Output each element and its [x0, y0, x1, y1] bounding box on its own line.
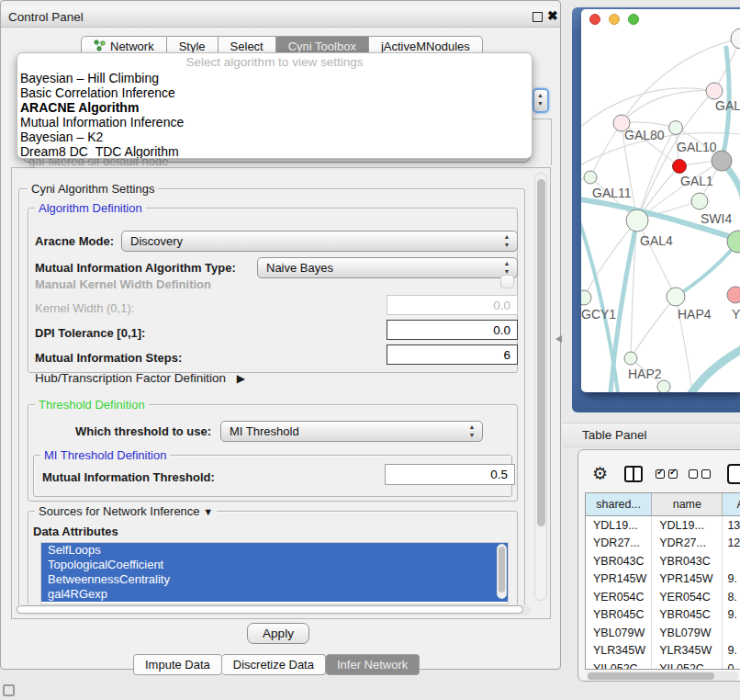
table-cell: YDL19... [586, 516, 652, 535]
table-row[interactable]: YBL079WYBL079W [586, 624, 740, 642]
column-header[interactable]: A [723, 493, 740, 516]
dropdown-item[interactable]: Basic Correlation Inference [17, 85, 532, 100]
table-cell: 13 [723, 516, 740, 535]
kernel-width-field[interactable]: 0.0 [387, 295, 518, 315]
panel-title: Control Panel [8, 10, 84, 24]
settings-vertical-scrollbar[interactable] [534, 173, 547, 601]
table-cell: YPR145W [586, 570, 652, 589]
select-all-icon[interactable] [656, 469, 678, 479]
table-cell: YBR045C [586, 606, 652, 625]
table-row[interactable]: YDL19...YDL19...13 [586, 516, 740, 535]
table-row[interactable]: YBR045CYBR045C9. [586, 606, 740, 625]
node-label: HAP4 [678, 307, 712, 322]
network-node[interactable] [731, 28, 740, 49]
table-row[interactable]: YPR145WYPR145W9. [586, 570, 740, 589]
attribute-item[interactable]: SelfLoops [41, 543, 508, 558]
bottom-tab-impute-data[interactable]: Impute Data [133, 654, 222, 675]
network-node[interactable] [584, 171, 597, 184]
dropdown-item[interactable]: Dream8 DC_TDC Algorithm [17, 144, 532, 159]
gear-icon[interactable]: ⚙ [592, 464, 608, 482]
list-scrollbar-thumb[interactable] [499, 547, 505, 593]
column-header[interactable]: name [652, 493, 723, 516]
network-node[interactable] [691, 193, 708, 209]
attribute-item[interactable]: BetweennessCentrality [41, 572, 508, 587]
expanded-arrow-icon[interactable]: ▼ [203, 506, 213, 517]
list-scrollbar[interactable] [497, 544, 507, 599]
checked-box-icon [668, 469, 678, 479]
stepper-arrows-icon: ▲▼ [502, 260, 511, 276]
deselect-all-icon[interactable] [689, 469, 711, 479]
column-header[interactable]: shared... [586, 493, 652, 516]
dropdown-item[interactable]: Bayesian – K2 [17, 130, 532, 144]
column-selector-icon[interactable] [624, 466, 643, 482]
settings-hscrollbar-thumb[interactable] [17, 605, 523, 614]
group-title: Algorithm Definition [35, 201, 146, 215]
apply-button[interactable]: Apply [247, 623, 309, 644]
splitter-collapse-icon[interactable] [555, 335, 562, 343]
settings-horizontal-scrollbar[interactable] [15, 604, 531, 615]
minimize-window-icon[interactable] [609, 14, 620, 25]
bottom-tab-discretize-data[interactable]: Discretize Data [222, 654, 326, 675]
focused-combo-stepper[interactable]: ▲▼ [533, 88, 549, 113]
zoom-window-icon[interactable] [628, 14, 639, 25]
table-cell: YPR145W [652, 570, 723, 589]
network-node[interactable] [624, 352, 637, 365]
network-node[interactable] [669, 121, 683, 135]
network-edge[interactable] [590, 123, 622, 177]
close-window-icon[interactable] [589, 14, 600, 25]
combo-value: Discovery [130, 234, 183, 248]
attribute-item[interactable]: gal4RGexp [41, 587, 508, 602]
dropdown-item[interactable]: ARACNE Algorithm [17, 100, 532, 115]
close-icon[interactable]: ✖ [547, 8, 558, 23]
settings-scrollbar-thumb[interactable] [537, 179, 545, 526]
network-node[interactable] [727, 287, 740, 303]
table-row[interactable]: YER054CYER054C8. [586, 588, 740, 606]
network-node[interactable] [657, 380, 670, 392]
network-edge[interactable] [581, 298, 584, 353]
dropdown-item[interactable]: Mutual Information Inference [17, 115, 532, 130]
sources-toggle[interactable]: Sources for Network Inference ▼ [35, 504, 217, 518]
data-attributes-list[interactable]: SelfLoopsTopologicalCoefficientBetweenne… [40, 542, 509, 604]
float-window-icon[interactable] [533, 12, 543, 22]
table-row[interactable]: YBR043CYBR043C [586, 552, 740, 570]
network-node[interactable] [673, 160, 687, 174]
which-threshold-select[interactable]: MI Threshold ▲▼ [220, 421, 483, 442]
dock-panel-icon[interactable] [3, 684, 15, 696]
network-edge[interactable] [678, 347, 740, 392]
table-cell: 0. [723, 660, 740, 670]
collapsed-arrow-icon[interactable]: ▶ [237, 372, 245, 385]
table-row[interactable]: YDR27...YDR27...12 [586, 535, 740, 553]
network-edge[interactable] [678, 242, 738, 296]
table-header-row: shared...nameA [586, 493, 740, 516]
field-value: 6 [503, 348, 510, 362]
dropdown-item[interactable]: Bayesian – Hill Climbing [17, 71, 532, 85]
bottom-tab-infer-network[interactable]: Infer Network [326, 654, 420, 675]
node-table: shared...nameA YDL19...YDL19...13YDR27..… [585, 492, 740, 670]
aracne-mode-select[interactable]: Discovery ▲▼ [121, 231, 518, 252]
network-edge[interactable] [637, 220, 676, 297]
network-node[interactable] [626, 209, 648, 231]
group-title: Cyni Algorithm Settings [28, 182, 158, 196]
manual-kernel-checkbox[interactable] [500, 275, 514, 288]
mi-steps-field[interactable]: 6 [387, 344, 518, 365]
network-view-window[interactable]: GALGAL80GAL10GAL1GAL11SWI4GAL4GCY1HAP4YH… [581, 9, 740, 392]
table-hscrollbar-thumb[interactable] [588, 672, 714, 680]
table-row[interactable]: YLR345WYLR345W9. [586, 642, 740, 660]
network-node[interactable] [667, 288, 685, 306]
table-cell: YBR043C [652, 552, 723, 570]
tab-label: Style [179, 40, 206, 53]
network-node[interactable] [581, 290, 591, 305]
table-rows: YDL19...YDL19...13YDR27...YDR27...12YBR0… [586, 516, 740, 670]
hub-definition-toggle[interactable]: Hub/Transcription Factor Definition ▶ [35, 371, 245, 385]
mi-algorithm-type-select[interactable]: Naive Bayes ▲▼ [257, 257, 518, 278]
table-row[interactable]: YIL052CYIL052C0. [586, 660, 740, 670]
mi-threshold-field[interactable]: 0.5 [385, 464, 515, 485]
table-horizontal-scrollbar[interactable] [587, 672, 738, 681]
network-node[interactable] [706, 83, 723, 99]
network-edge[interactable] [631, 297, 676, 358]
table-mode-icon[interactable] [727, 464, 740, 484]
table-cell: YBL079W [652, 624, 723, 642]
attribute-item[interactable]: TopologicalCoefficient [41, 558, 508, 572]
dpi-tolerance-field[interactable]: 0.0 [387, 320, 518, 340]
network-canvas[interactable]: GALGAL80GAL10GAL1GAL11SWI4GAL4GCY1HAP4YH… [581, 9, 740, 392]
